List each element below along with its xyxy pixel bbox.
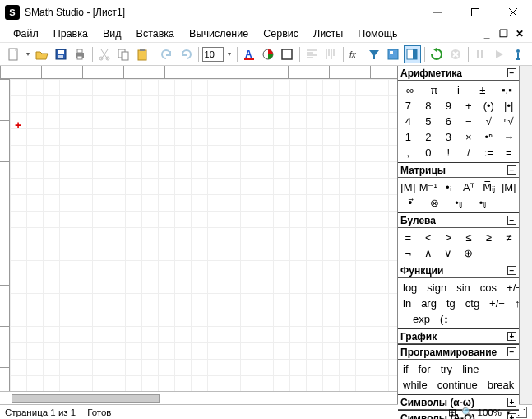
worksheet-canvas[interactable]: + bbox=[10, 79, 397, 391]
resize-grip-icon[interactable]: ⋰ bbox=[516, 407, 527, 418]
palette-button[interactable]: ≠ bbox=[499, 230, 520, 245]
palette-button[interactable]: tg bbox=[442, 296, 460, 311]
panel-plot-header[interactable]: График+ bbox=[398, 329, 519, 344]
menu-view[interactable]: Вид bbox=[96, 26, 128, 41]
menu-insert[interactable]: Вставка bbox=[130, 26, 181, 41]
expand-icon[interactable]: + bbox=[507, 398, 516, 407]
palette-button[interactable]: ⊕ bbox=[459, 245, 479, 261]
palette-button[interactable]: < bbox=[419, 230, 439, 245]
recalculate-button[interactable] bbox=[428, 45, 446, 63]
redo-button[interactable] bbox=[178, 45, 195, 63]
paste-button[interactable] bbox=[134, 45, 151, 63]
palette-button[interactable]: cos bbox=[475, 280, 502, 296]
menu-file[interactable]: Файл bbox=[7, 26, 45, 41]
font-size-dropdown[interactable]: ▾ bbox=[225, 50, 234, 58]
save-button[interactable] bbox=[53, 45, 70, 63]
palette-button[interactable]: ⊗ bbox=[422, 195, 446, 211]
undo-button[interactable] bbox=[159, 45, 176, 63]
palette-button[interactable] bbox=[454, 311, 464, 327]
collapse-icon[interactable]: − bbox=[507, 165, 516, 175]
new-button[interactable] bbox=[5, 45, 22, 63]
filter-button[interactable] bbox=[366, 45, 383, 63]
palette-button[interactable]: π bbox=[422, 82, 446, 98]
cut-button[interactable] bbox=[96, 45, 113, 63]
menu-sheets[interactable]: Листы bbox=[307, 26, 349, 41]
palette-button[interactable]: M̅ᵢⱼ bbox=[479, 179, 499, 195]
palette-button[interactable]: for bbox=[414, 361, 436, 377]
palette-button[interactable]: 4 bbox=[398, 114, 419, 129]
palette-button[interactable]: / bbox=[459, 145, 479, 161]
palette-button[interactable]: •ᵢⱼ bbox=[446, 195, 470, 211]
palette-button[interactable]: ≥ bbox=[479, 230, 499, 245]
print-button[interactable] bbox=[72, 45, 89, 63]
palette-button[interactable]: sign bbox=[422, 280, 451, 296]
panel-programming-header[interactable]: Программирование− bbox=[398, 345, 519, 360]
panel-boolean-header[interactable]: Булева− bbox=[398, 213, 519, 228]
palette-button[interactable]: while bbox=[398, 377, 433, 393]
ruler-horizontal[interactable] bbox=[0, 66, 397, 79]
panel-functions-header[interactable]: Функции− bbox=[398, 263, 519, 278]
panels-toggle-button[interactable] bbox=[404, 45, 421, 63]
palette-button[interactable]: continue bbox=[433, 377, 483, 393]
maximize-button[interactable] bbox=[456, 0, 494, 25]
palette-button[interactable]: |M| bbox=[499, 179, 520, 195]
collapse-icon[interactable]: − bbox=[507, 216, 516, 225]
palette-button[interactable]: , bbox=[398, 145, 419, 161]
collapse-icon[interactable]: − bbox=[507, 68, 516, 77]
palette-button[interactable] bbox=[479, 245, 499, 261]
palette-button[interactable]: try bbox=[436, 361, 457, 377]
align-top-button[interactable] bbox=[322, 45, 340, 63]
zoom-value[interactable]: 100% bbox=[478, 407, 502, 417]
palette-button[interactable]: 9 bbox=[438, 98, 459, 114]
close-button[interactable] bbox=[494, 0, 532, 25]
open-button[interactable] bbox=[34, 45, 51, 63]
palette-button[interactable]: − bbox=[459, 114, 479, 129]
palette-button[interactable]: •ᵢ bbox=[438, 179, 459, 195]
palette-button[interactable]: arg bbox=[416, 296, 442, 311]
expand-icon[interactable]: + bbox=[507, 332, 516, 341]
palette-button[interactable]: ⁿ√ bbox=[499, 114, 520, 129]
palette-button[interactable]: if bbox=[398, 361, 414, 377]
palette-button[interactable]: 5 bbox=[419, 114, 439, 129]
ruler-vertical[interactable] bbox=[0, 79, 10, 391]
font-color-button[interactable]: A bbox=[241, 45, 258, 63]
palette-button[interactable]: ! bbox=[438, 145, 459, 161]
palette-button[interactable]: ≤ bbox=[459, 230, 479, 245]
snippets-button[interactable] bbox=[385, 45, 402, 63]
copy-button[interactable] bbox=[115, 45, 132, 63]
child-minimize-icon[interactable]: _ bbox=[481, 28, 493, 40]
collapse-icon[interactable]: − bbox=[507, 266, 516, 275]
palette-button[interactable] bbox=[495, 195, 519, 211]
menu-tools[interactable]: Сервис bbox=[257, 26, 305, 41]
font-size-input[interactable]: 10 bbox=[202, 47, 224, 62]
palette-button[interactable]: line bbox=[457, 361, 483, 377]
palette-button[interactable]: := bbox=[479, 145, 499, 161]
palette-button[interactable]: ctg bbox=[460, 296, 484, 311]
frame-button[interactable] bbox=[279, 45, 296, 63]
menu-calc[interactable]: Вычисление bbox=[183, 26, 255, 41]
palette-button[interactable]: log bbox=[398, 280, 422, 296]
pause-button[interactable] bbox=[472, 45, 489, 63]
scrollbar-horizontal[interactable] bbox=[0, 391, 397, 404]
palette-button[interactable]: ∞ bbox=[398, 82, 422, 98]
palette-button[interactable]: 3 bbox=[438, 129, 459, 145]
palette-button[interactable] bbox=[499, 245, 520, 261]
palette-button[interactable]: √ bbox=[479, 114, 499, 129]
zoom-icon[interactable]: 🔍 bbox=[461, 407, 473, 418]
palette-button[interactable] bbox=[398, 311, 408, 327]
child-close-icon[interactable]: ✕ bbox=[514, 28, 525, 40]
new-dropdown[interactable]: ▾ bbox=[24, 50, 32, 58]
palette-button[interactable]: •ⁿ bbox=[479, 129, 499, 145]
palette-button[interactable]: 1 bbox=[398, 129, 419, 145]
layout-icon[interactable]: ⊞ bbox=[448, 407, 456, 418]
debug-button[interactable] bbox=[510, 45, 527, 63]
palette-button[interactable]: i bbox=[446, 82, 470, 98]
palette-button[interactable]: (↕ bbox=[435, 311, 454, 327]
palette-button[interactable]: 8 bbox=[419, 98, 439, 114]
palette-button[interactable]: [M] bbox=[398, 179, 419, 195]
minimize-button[interactable] bbox=[419, 0, 456, 25]
panel-matrices-header[interactable]: Матрицы− bbox=[398, 163, 519, 178]
palette-button[interactable]: ln bbox=[398, 296, 416, 311]
stop-button[interactable] bbox=[447, 45, 465, 63]
child-maximize-icon[interactable]: ❐ bbox=[497, 28, 509, 40]
